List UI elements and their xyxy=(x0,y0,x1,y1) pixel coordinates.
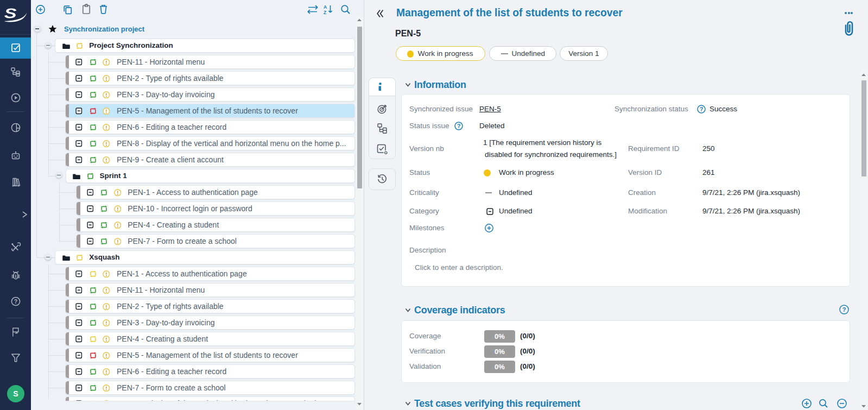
svg-text:Z: Z xyxy=(324,10,326,15)
svg-text:?: ? xyxy=(14,298,17,305)
svg-text:A: A xyxy=(324,4,327,10)
svg-text:?: ? xyxy=(457,123,461,129)
svg-text:?: ? xyxy=(842,306,846,313)
svg-text:?: ? xyxy=(700,106,704,112)
